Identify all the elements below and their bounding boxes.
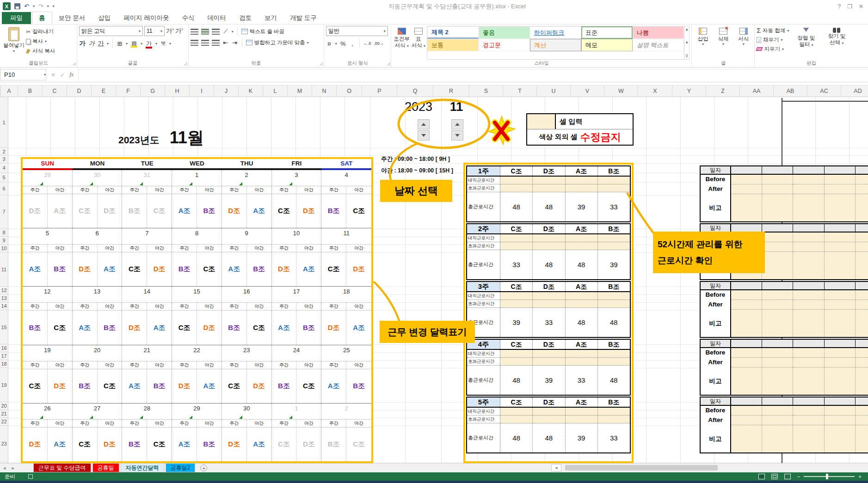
shrink-font-button[interactable]: 가˅: [175, 27, 183, 35]
cut-button[interactable]: ✂잘라내기: [26, 27, 55, 37]
fill-button[interactable]: ↓채우기▾: [757, 35, 789, 44]
date-cell[interactable]: 6: [73, 228, 123, 244]
shift-cell[interactable]: B조: [23, 311, 48, 344]
shift-cell[interactable]: D조: [147, 252, 172, 286]
find-select-button[interactable]: 찾기 및선택 ▾: [823, 26, 850, 60]
shift-cell[interactable]: A조: [98, 252, 123, 286]
date-cell[interactable]: 20: [73, 345, 123, 361]
after-cell[interactable]: [762, 358, 793, 367]
after-cell[interactable]: [825, 300, 856, 310]
note-cell[interactable]: [856, 310, 868, 337]
ribbon-tab-6[interactable]: 데이터: [201, 12, 233, 24]
before-cell[interactable]: [856, 232, 868, 242]
font-size-select[interactable]: 11: [144, 26, 165, 36]
gallery-up-icon[interactable]: ▲: [685, 27, 689, 31]
date-header-cell[interactable]: [825, 224, 856, 232]
hours-input-cell[interactable]: [533, 177, 565, 184]
row-header-14[interactable]: 14: [0, 302, 8, 310]
shift-cell[interactable]: A조: [321, 369, 346, 403]
after-cell[interactable]: [825, 358, 856, 367]
shift-cell[interactable]: C조: [23, 369, 48, 403]
shift-cell[interactable]: C조: [321, 252, 346, 286]
insert-function-icon[interactable]: fx: [69, 71, 74, 78]
column-header-X[interactable]: X: [638, 86, 672, 97]
redo-icon[interactable]: ↷: [38, 3, 43, 9]
shift-cell[interactable]: A조: [272, 311, 297, 344]
hours-input-cell[interactable]: [566, 416, 598, 423]
shift-cell[interactable]: B조: [197, 194, 222, 228]
date-cell[interactable]: 9: [222, 228, 272, 244]
hours-input-cell[interactable]: [533, 234, 565, 242]
italic-button[interactable]: 가: [88, 39, 95, 48]
cell-style-1[interactable]: 좋음: [479, 26, 530, 39]
after-cell[interactable]: [731, 300, 762, 310]
after-cell[interactable]: [793, 416, 824, 425]
date-cell[interactable]: 17: [272, 287, 322, 302]
before-cell[interactable]: [825, 290, 856, 300]
hours-input-cell[interactable]: [566, 234, 598, 242]
after-cell[interactable]: [825, 416, 856, 425]
note-cell[interactable]: [731, 425, 762, 452]
column-header-AB[interactable]: AB: [774, 86, 807, 97]
before-cell[interactable]: [856, 175, 868, 184]
worksheet-grid[interactable]: 2023년도 11월 2023 11 셀 입력 색상 외의 셀 수정금지 주간 …: [8, 97, 868, 463]
format-painter-button[interactable]: 서식 복사: [26, 46, 55, 56]
hours-input-cell[interactable]: [500, 242, 533, 250]
shift-cell[interactable]: A조: [48, 428, 73, 461]
row-header-3[interactable]: 3: [0, 155, 8, 163]
date-cell[interactable]: 3: [272, 170, 322, 186]
align-right-button[interactable]: [212, 40, 220, 46]
shift-cell[interactable]: B조: [98, 311, 123, 344]
date-header-cell[interactable]: [793, 282, 824, 289]
date-header-cell[interactable]: [762, 397, 793, 405]
borders-button[interactable]: ⊞: [117, 40, 123, 47]
after-cell[interactable]: [856, 242, 868, 252]
row-header-7[interactable]: 7: [0, 195, 8, 229]
shift-cell[interactable]: A조: [48, 194, 73, 228]
column-header-D[interactable]: D: [67, 86, 92, 97]
date-header-cell[interactable]: [825, 397, 856, 405]
row-header-6[interactable]: 6: [0, 182, 8, 195]
row-header-8[interactable]: 8: [0, 229, 8, 237]
row-header-10[interactable]: 10: [0, 245, 8, 252]
after-cell[interactable]: [856, 184, 868, 194]
undo-dropdown-icon[interactable]: ▾: [33, 4, 35, 8]
date-cell[interactable]: 21: [122, 345, 172, 361]
date-cell[interactable]: 31: [122, 170, 172, 186]
add-sheet-button[interactable]: +: [200, 465, 207, 471]
note-cell[interactable]: [825, 310, 856, 337]
note-cell[interactable]: [856, 367, 868, 395]
dialog-launcher-icon[interactable]: ◿: [320, 61, 323, 66]
date-header-cell[interactable]: [793, 166, 824, 174]
close-icon[interactable]: ✕: [859, 3, 863, 10]
shift-cell[interactable]: D조: [23, 194, 48, 228]
hours-input-cell[interactable]: [566, 292, 598, 300]
before-cell[interactable]: [793, 348, 824, 358]
date-cell[interactable]: 8: [172, 228, 222, 244]
date-header-cell[interactable]: [793, 397, 824, 405]
date-header-cell[interactable]: [731, 340, 762, 347]
shift-cell[interactable]: A조: [122, 369, 147, 403]
after-cell[interactable]: [762, 242, 793, 252]
note-cell[interactable]: [793, 425, 824, 452]
shift-cell[interactable]: A조: [172, 428, 197, 461]
before-cell[interactable]: [825, 348, 856, 358]
column-header-G[interactable]: G: [141, 86, 165, 97]
date-cell[interactable]: 22: [172, 345, 222, 361]
shift-cell[interactable]: C조: [122, 252, 147, 286]
hours-input-cell[interactable]: [533, 358, 565, 366]
note-cell[interactable]: [793, 310, 824, 337]
shift-cell[interactable]: A조: [147, 311, 172, 344]
column-header-AD[interactable]: AD: [841, 86, 868, 97]
hours-input-cell[interactable]: [598, 350, 630, 358]
shift-cell[interactable]: D조: [23, 428, 48, 461]
hours-input-cell[interactable]: [500, 358, 533, 366]
before-cell[interactable]: [825, 232, 856, 242]
cell-style-9[interactable]: 설명 텍스트: [633, 39, 684, 51]
bold-button[interactable]: 가: [79, 39, 86, 48]
column-header-V[interactable]: V: [571, 86, 604, 97]
after-cell[interactable]: [856, 358, 868, 367]
date-cell[interactable]: 10: [272, 228, 322, 244]
shift-cell[interactable]: C조: [296, 369, 321, 403]
date-cell[interactable]: 29: [172, 404, 222, 419]
